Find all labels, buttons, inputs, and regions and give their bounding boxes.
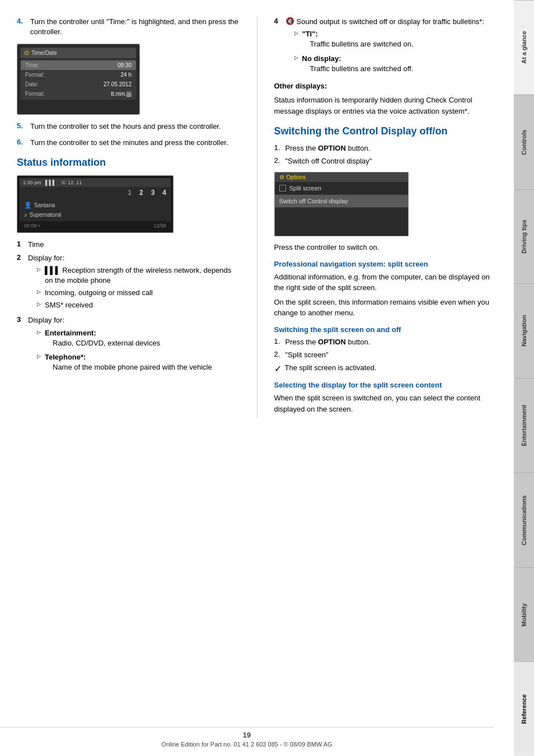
step-4: 4. Turn the controller until "Time:" is … [17,17,240,37]
bullet-entertainment: ▷ Entertainment: Radio, CD/DVD, external… [37,328,212,350]
prof-nav-title: Professional navigation system: split sc… [274,260,498,268]
tab-mobility[interactable]: Mobility [514,567,534,662]
switch-step-2-num: 2. [274,156,282,166]
screen-header: ⊙ Time/Date [21,48,136,58]
tab-navigation[interactable]: Navigation [514,283,534,378]
other-displays-text: Status information is temporarily hidden… [274,95,498,116]
split-step-2-text: "Split screen" [285,350,329,360]
switching-split-title: Switching the split screen on and off [274,325,498,334]
checkmark-icon: ✓ [274,363,282,374]
item4-bullets: ▷ "TI": Traffic bulletins are switched o… [294,29,485,76]
switch-step-2: 2. "Switch off Control display" [274,156,498,166]
left-column: 4. Turn the controller until "Time:" is … [17,17,240,418]
bullet-telephone-sub: Name of the mobile phone paired with the… [53,362,212,372]
time-label: Time: [25,62,39,68]
switch-steps: 1. Press the OPTION button. 2. "Switch o… [274,143,498,166]
step-4-text: Turn the controller until "Time:" is hig… [30,17,240,37]
step-5-text: Turn the controller to set the hours and… [30,122,221,132]
format1-value: 24 h [121,72,132,78]
screen-rows: Time: 09:30 Format: 24 h Date: 27.05.201… [21,59,136,100]
time-elapsed: 00:08 • [24,223,40,228]
bullet-incoming: ▷ Incoming, outgoing or missed call [37,288,240,298]
bullet-ti-sub: Traffic bulletins are switched on. [310,39,414,49]
format2-value: tt.mm.jjjj [111,91,132,97]
right-num-4: 4 [274,17,282,78]
format1-label: Format: [25,72,44,78]
right-item-4: 4 🔇 Sound output is switched off or disp… [274,17,498,78]
split-step-2-num: 2. [274,350,282,360]
list-item-1: 1 Time [17,240,240,250]
split-step-1: 1. Press the OPTION button. [274,337,498,347]
status-screen-topbar: 1:30 pm ▌▌▌ ☏ 12..11 [20,178,171,187]
tab-reference[interactable]: Reference [514,661,534,756]
date-value: 27.05.2012 [104,81,132,87]
clock-icon: ⊙ [24,49,29,57]
track-count: 12/99 [153,223,166,228]
list-label-2: Display for: [28,254,64,262]
info-row-person: 👤 Santana [24,200,166,210]
split-step-2: 2. "Split screen" [274,350,498,360]
bullet-telephone-label: Telephone*: [45,353,86,361]
status-screen: 1:30 pm ▌▌▌ ☏ 12..11 1 2 3 4 👤 Santana [17,175,174,233]
tab-entertainment[interactable]: Entertainment [514,378,534,473]
format2-label: Format: [25,91,44,97]
list-item-3: 3 Display for: ▷ Entertainment: Radio, C… [17,315,240,376]
split-steps: 1. Press the OPTION button. 2. "Split sc… [274,337,498,360]
split-screen-label: Split screen [289,185,321,192]
step-4-number: 4. [17,17,26,25]
prof-nav-text2: On the split screen, this information re… [274,297,498,319]
status-numbers: 1 2 3 4 [128,189,166,197]
tab-controls[interactable]: Controls [514,95,534,189]
triangle-icon-7: ▷ [294,55,299,60]
item4-text: Sound output is switched off or display … [297,17,485,27]
triangle-icon: ▷ [37,267,41,272]
tab-communications[interactable]: Communications [514,473,534,567]
status-num-3: 3 [151,189,155,197]
options-screen: ⚙ Options Split screen Switch off Contro… [274,172,409,236]
screen-row-format2: Format: tt.mm.jjjj [21,89,136,99]
bullet-ti: ▷ "TI": Traffic bulletins are switched o… [294,29,485,51]
tab-driving-tips[interactable]: Driving tips [514,189,534,284]
mute-icon: 🔇 [285,17,294,25]
bullet-telephone: ▷ Telephone*: Name of the mobile phone p… [37,352,212,374]
bullet-no-display: ▷ No display: Traffic bulletins are swit… [294,54,485,76]
split-step-1-num: 1. [274,337,282,347]
music-icon: ♪ [24,211,27,218]
main-content: 4. Turn the controller until "Time:" is … [0,0,514,756]
tab-at-a-glance[interactable]: At a glance [514,0,534,95]
bullet-no-display-label: No display: [302,54,341,63]
selecting-display-title: Selecting the display for the split scre… [274,381,498,389]
bullet-ti-label: "TI": [302,30,318,38]
person-icon: 👤 [24,202,32,209]
screen-row-format1: Format: 24 h [21,70,136,80]
side-navigation: At a glance Controls Driving tips Naviga… [514,0,534,756]
switch-step-1-num: 1. [274,143,282,153]
music-name: Supernatural [30,212,62,218]
date-label: Date: [25,81,39,87]
item2-bullets: ▷ ▌▌▌ Reception strength of the wireless… [37,265,240,311]
selecting-display-text: When the split screen is switched on, yo… [274,393,498,414]
triangle-icon-6: ▷ [294,30,299,36]
right-column: 4 🔇 Sound output is switched off or disp… [274,17,498,418]
column-divider [257,17,257,418]
triangle-icon-5: ▷ [37,353,41,359]
switch-step-2-text: "Switch off Control display" [285,156,372,166]
other-displays-title: Other displays: [274,81,498,92]
screen-row-date: Date: 27.05.2012 [21,80,136,89]
bullet-no-display-sub: Traffic bulletins are switched off. [310,64,414,74]
options-title: Options [287,174,306,180]
split-activated-text: The split screen is activated. [285,363,377,372]
prof-nav-text1: Additional information, e.g. from the co… [274,272,498,293]
switching-control-display-title: Switching the Control Display off/on [274,125,498,138]
checkbox-icon [279,185,286,192]
step-6-number: 6. [17,138,26,146]
split-step-1-text: Press the OPTION button. [285,337,371,347]
bullet-entertainment-label: Entertainment: [45,329,96,337]
options-switch-off: Switch off Control display [275,195,408,208]
split-activated: ✓ The split screen is activated. [274,363,498,374]
item3-bullets: ▷ Entertainment: Radio, CD/DVD, external… [37,328,212,375]
status-screen-info: 👤 Santana ♪ Supernatural [20,198,171,221]
step-5-number: 5. [17,122,26,130]
bullet-entertainment-sub: Radio, CD/DVD, external devices [53,338,160,348]
list-num-3: 3 [17,315,25,376]
